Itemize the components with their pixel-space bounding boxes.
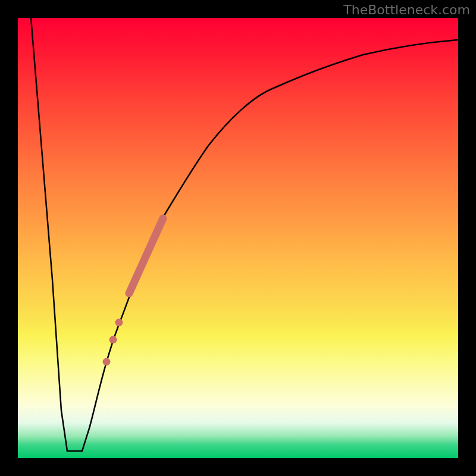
highlight-dot: [103, 358, 111, 366]
plot-area: [18, 18, 458, 458]
bottleneck-curve: [18, 18, 458, 458]
curve-path: [31, 18, 458, 451]
highlight-dot: [109, 336, 117, 344]
highlight-segment: [129, 218, 163, 293]
chart-frame: TheBottleneck.com: [0, 0, 476, 476]
highlight-dot: [115, 319, 123, 327]
attribution-text: TheBottleneck.com: [343, 2, 470, 17]
highlight-layer: [18, 18, 458, 458]
